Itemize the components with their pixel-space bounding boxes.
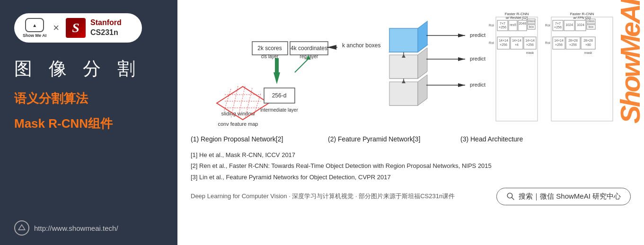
labels-row: (1) Region Proposal Network[2] (2) Featu… — [191, 135, 631, 146]
svg-text:×256: ×256 — [526, 43, 534, 46]
svg-line-103 — [512, 197, 514, 200]
svg-rect-50 — [496, 17, 538, 121]
svg-text:1024: 1024 — [577, 23, 584, 26]
svg-text:14×14: 14×14 — [512, 39, 521, 42]
svg-marker-16 — [273, 58, 280, 84]
svg-text:predict: predict — [470, 82, 485, 88]
svg-text:cls layer: cls layer — [261, 54, 279, 59]
website-url[interactable]: http://www.showmeai.tech/ — [34, 224, 118, 232]
svg-text:RoI: RoI — [545, 41, 550, 44]
diagram-area: conv feature map sliding window 256-d in… — [191, 9, 631, 131]
svg-text:intermediate layer: intermediate layer — [260, 107, 298, 113]
svg-text:Faster R-CNN: Faster R-CNN — [505, 12, 529, 16]
svg-text:conv feature map: conv feature map — [218, 121, 258, 127]
svg-text:RoI: RoI — [489, 41, 494, 44]
svg-text:×80: ×80 — [585, 43, 591, 46]
svg-marker-36 — [418, 21, 427, 52]
svg-text:14×14: 14×14 — [499, 39, 508, 42]
svg-text:2k scores: 2k scores — [257, 45, 282, 52]
times-icon: × — [53, 22, 59, 34]
search-label: 搜索｜微信 ShowMeAI 研究中心 — [519, 192, 621, 201]
svg-text:7×7: 7×7 — [555, 22, 561, 25]
stanford-course: CS231n — [90, 28, 122, 38]
svg-text:4k coordinates: 4k coordinates — [291, 45, 327, 52]
bottom-bar: Deep Learning for Computer Vision · 深度学习… — [191, 183, 631, 215]
svg-text:×4: ×4 — [515, 43, 519, 46]
svg-text:class: class — [588, 19, 595, 23]
svg-text:×256: ×256 — [569, 43, 577, 46]
watermark: ShowMeAI — [616, 0, 644, 245]
svg-marker-0 — [18, 225, 25, 230]
svg-rect-76 — [551, 17, 613, 121]
svg-text:box: box — [589, 25, 594, 28]
svg-text:class: class — [528, 19, 536, 23]
showmeai-logo-text: Show Me AI — [23, 33, 46, 38]
label-2: (2) Feature Pyramid Network[3] — [328, 135, 460, 143]
svg-rect-29 — [389, 82, 418, 105]
svg-text:7×7: 7×7 — [500, 22, 505, 25]
svg-marker-49 — [402, 79, 406, 83]
svg-text:box: box — [529, 25, 534, 28]
svg-rect-35 — [389, 28, 418, 52]
svg-marker-33 — [418, 48, 427, 79]
search-badge[interactable]: 搜索｜微信 ShowMeAI 研究中心 — [496, 188, 631, 205]
svg-text:k anchor boxes: k anchor boxes — [342, 42, 380, 49]
footer-text: Deep Learning for Computer Vision · 深度学习… — [191, 192, 455, 201]
architecture-diagram: conv feature map sliding window 256-d in… — [191, 9, 631, 131]
svg-text:14×14: 14×14 — [525, 39, 535, 42]
label-3: (3) Head Architecture — [460, 135, 631, 143]
svg-text:×256: ×256 — [555, 43, 563, 46]
svg-line-8 — [224, 89, 231, 112]
showmeai-logo-icon — [25, 18, 44, 32]
svg-text:14×14: 14×14 — [554, 39, 564, 42]
references: [1] He et al., Mask R-CNN, ICCV 2017 [2]… — [191, 149, 631, 183]
svg-rect-32 — [389, 55, 418, 79]
svg-text:RoI: RoI — [489, 24, 494, 27]
watermark-text: ShowMeAI — [616, 0, 644, 123]
svg-text:×256: ×256 — [499, 26, 506, 29]
left-panel: Show Me AI × S Stanford CS231n 图 像 分 割 语… — [0, 0, 177, 245]
svg-text:×256: ×256 — [554, 26, 562, 29]
ref-3: [3] Lin et al., Feature Pyramid Networks… — [191, 172, 631, 183]
page-title: 图 像 分 割 — [14, 57, 163, 81]
website-icon — [14, 220, 29, 236]
showmeai-logo: Show Me AI — [23, 18, 46, 38]
svg-text:28×28: 28×28 — [583, 39, 593, 42]
stanford-text: Stanford CS231n — [90, 18, 122, 38]
svg-text:28×28: 28×28 — [568, 39, 578, 42]
website-row: http://www.showmeai.tech/ — [14, 220, 163, 236]
svg-line-23 — [295, 58, 309, 72]
search-icon — [506, 192, 515, 201]
svg-point-102 — [507, 193, 512, 198]
logo-area: Show Me AI × S Stanford CS231n — [14, 13, 142, 43]
svg-text:mask: mask — [584, 51, 592, 54]
right-panel: conv feature map sliding window 256-d in… — [177, 0, 644, 245]
svg-text:RoI: RoI — [545, 24, 550, 27]
subtitle-1: 语义分割算法 — [14, 90, 163, 107]
svg-marker-30 — [418, 75, 427, 105]
svg-text:mask: mask — [526, 51, 534, 54]
svg-text:w/ ResNet [12]: w/ ResNet [12] — [506, 16, 528, 20]
ref-1: [1] He et al., Mask R-CNN, ICCV 2017 — [191, 149, 631, 160]
svg-text:Faster R-CNN: Faster R-CNN — [570, 12, 594, 16]
subtitle-2: Mask R-CNN组件 — [14, 115, 163, 132]
label-1: (1) Region Proposal Network[2] — [191, 135, 328, 143]
svg-text:×256: ×256 — [500, 43, 507, 46]
stanford-logo: S — [66, 18, 86, 38]
svg-text:1024: 1024 — [565, 23, 573, 26]
svg-text:2048: 2048 — [519, 22, 526, 25]
svg-text:predict: predict — [470, 56, 485, 61]
ref-2: [2] Ren et al., Faster R-CNN: Towards Re… — [191, 160, 631, 171]
svg-text:res5: res5 — [510, 23, 516, 26]
svg-text:predict: predict — [470, 32, 485, 38]
svg-text:256-d: 256-d — [272, 92, 287, 99]
svg-line-12 — [254, 94, 261, 116]
stanford-name: Stanford — [90, 18, 122, 28]
